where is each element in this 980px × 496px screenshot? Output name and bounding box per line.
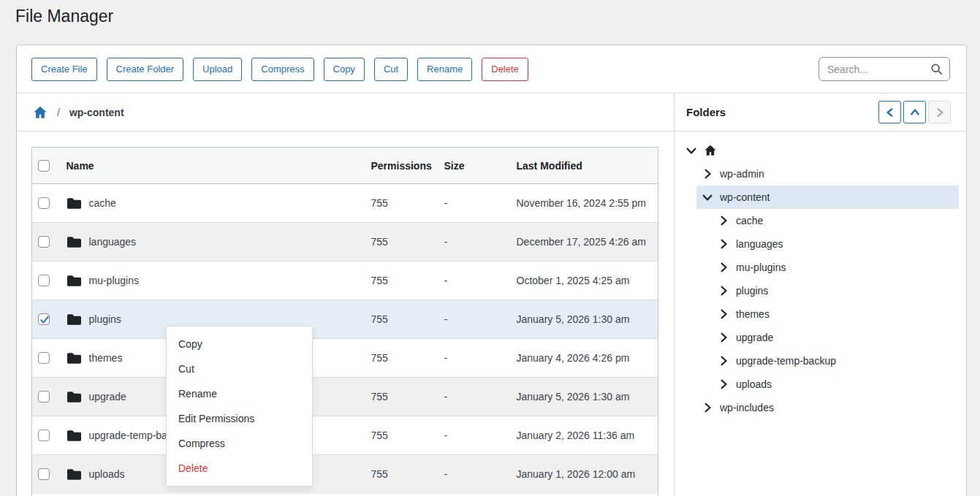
tree-item-uploads[interactable]: uploads — [675, 373, 966, 396]
file-name: mu-plugins — [89, 275, 139, 286]
file-size: - — [444, 468, 448, 480]
table-row-cache[interactable]: cache 755 - November 16, 2024 2:55 pm — [32, 184, 658, 223]
row-checkbox[interactable] — [38, 352, 50, 364]
toolbar-button-delete[interactable]: Delete — [482, 58, 528, 81]
breadcrumb-separator: / — [57, 107, 60, 118]
row-checkbox[interactable] — [38, 236, 50, 248]
context-menu-item-copy[interactable]: Copy — [167, 332, 312, 356]
file-name: languages — [89, 236, 137, 248]
folder-icon — [67, 430, 82, 442]
tree-item-mu-plugins[interactable]: mu-plugins — [675, 256, 966, 279]
table-row-themes[interactable]: themes 755 - January 4, 2026 4:26 pm — [32, 339, 658, 378]
search-icon[interactable] — [930, 63, 943, 75]
row-checkbox[interactable] — [38, 313, 50, 325]
table-row-languages[interactable]: languages 755 - December 17, 2025 4:26 a… — [32, 223, 658, 262]
context-menu: Copy Cut Rename Edit Permissions Compres… — [166, 326, 313, 487]
toolbar-button-create-file[interactable]: Create File — [31, 58, 97, 81]
file-size: - — [444, 236, 448, 248]
tree-item-wp-includes[interactable]: wp-includes — [675, 396, 966, 419]
toolbar: Create File Create Folder Upload Compres… — [17, 45, 966, 93]
context-menu-item-compress[interactable]: Compress — [167, 431, 312, 456]
file-modified: January 4, 2026 4:26 pm — [517, 352, 630, 364]
chevron-right-icon[interactable] — [718, 309, 729, 319]
file-size: - — [444, 197, 448, 209]
folder-icon — [67, 236, 82, 248]
file-modified: October 1, 2025 4:25 am — [517, 275, 630, 286]
table-row-upgrade[interactable]: upgrade 755 - January 5, 2026 1:30 am — [32, 378, 658, 416]
tree-item-cache[interactable]: cache — [675, 209, 966, 232]
tree-item-label: languages — [736, 238, 783, 250]
tree-item-wp-admin[interactable]: wp-admin — [675, 162, 966, 186]
table-row-uploads[interactable]: uploads 755 - January 1, 2026 12:00 am — [32, 455, 658, 494]
column-header-permissions[interactable]: Permissions — [371, 148, 444, 184]
table-row-upgrade-temp-backup[interactable]: upgrade-temp-backup 755 - January 2, 202… — [32, 416, 658, 455]
chevron-left-button[interactable] — [878, 101, 901, 123]
row-checkbox[interactable] — [38, 391, 50, 402]
tree-item-upgrade-temp-backup[interactable]: upgrade-temp-backup — [675, 349, 966, 373]
folder-icon — [67, 468, 82, 481]
tree-item-label: plugins — [736, 285, 768, 297]
tree-item-label: wp-content — [720, 191, 770, 203]
row-checkbox[interactable] — [38, 430, 50, 441]
chevron-right-icon[interactable] — [702, 402, 713, 413]
file-permissions: 755 — [371, 236, 388, 248]
context-menu-item-delete[interactable]: Delete — [167, 456, 312, 481]
file-name: cache — [89, 197, 116, 209]
toolbar-button-upload[interactable]: Upload — [193, 58, 242, 81]
chevron-right-icon[interactable] — [702, 169, 713, 179]
tree-item-label: wp-admin — [720, 168, 764, 180]
file-modified: January 5, 2026 1:30 am — [517, 391, 630, 402]
chevron-right-icon[interactable] — [718, 239, 729, 249]
toolbar-button-cut[interactable]: Cut — [374, 58, 408, 81]
context-menu-item-rename[interactable]: Rename — [167, 381, 312, 406]
chevron-down-icon[interactable] — [686, 145, 696, 156]
row-checkbox[interactable] — [38, 197, 50, 209]
tree-item-plugins[interactable]: plugins — [675, 279, 966, 302]
table-row-mu-plugins[interactable]: mu-plugins 755 - October 1, 2025 4:25 am — [32, 262, 658, 300]
tree-item-home[interactable] — [675, 139, 966, 162]
folders-panel-header: Folders — [675, 94, 966, 131]
toolbar-button-copy[interactable]: Copy — [324, 58, 365, 81]
chevron-down-icon[interactable] — [702, 192, 713, 202]
context-menu-item-edit-permissions[interactable]: Edit Permissions — [167, 406, 312, 431]
file-name: plugins — [89, 313, 121, 325]
tree-item-themes[interactable]: themes — [675, 302, 966, 326]
row-checkbox[interactable] — [38, 468, 50, 480]
breadcrumb: / wp-content — [17, 94, 674, 131]
chevron-up-button[interactable] — [903, 101, 926, 123]
table-header-row: Name Permissions Size Last Modified — [32, 148, 658, 184]
file-size: - — [444, 391, 448, 402]
tree-item-languages[interactable]: languages — [675, 232, 966, 256]
column-header-size[interactable]: Size — [444, 148, 517, 184]
search-box — [818, 57, 950, 81]
file-size: - — [444, 313, 448, 325]
row-checkbox[interactable] — [38, 275, 50, 286]
tree-item-label: cache — [736, 215, 763, 226]
tree-item-wp-content[interactable]: wp-content — [696, 186, 959, 209]
file-manager-card: Create File Create Folder Upload Compres… — [16, 45, 967, 496]
context-menu-item-cut[interactable]: Cut — [167, 356, 312, 381]
folder-icon — [67, 352, 82, 365]
table-row-partial — [32, 494, 658, 496]
chevron-right-icon[interactable] — [718, 332, 729, 343]
select-all-checkbox[interactable] — [38, 160, 50, 172]
toolbar-buttons: Create File Create Folder Upload Compres… — [31, 58, 528, 81]
tree-item-upgrade[interactable]: upgrade — [675, 326, 966, 349]
chevron-right-button — [928, 101, 951, 123]
file-browser-section: / wp-content Name Permissions Size — [17, 94, 674, 496]
breadcrumb-current-folder[interactable]: wp-content — [69, 107, 124, 118]
toolbar-button-compress[interactable]: Compress — [251, 58, 314, 81]
toolbar-button-create-folder[interactable]: Create Folder — [107, 58, 183, 81]
chevron-right-icon[interactable] — [718, 262, 729, 272]
chevron-right-icon[interactable] — [718, 356, 729, 366]
table-row-plugins[interactable]: plugins 755 - January 5, 2026 1:30 am — [32, 300, 658, 339]
column-header-modified[interactable]: Last Modified — [517, 148, 658, 184]
toolbar-button-rename[interactable]: Rename — [417, 58, 472, 81]
chevron-right-icon[interactable] — [718, 215, 729, 226]
folder-icon — [67, 275, 82, 287]
tree-item-label: upgrade — [736, 332, 773, 343]
chevron-right-icon[interactable] — [718, 379, 729, 389]
breadcrumb-home-icon[interactable] — [33, 105, 48, 120]
column-header-name[interactable]: Name — [67, 148, 371, 184]
chevron-right-icon[interactable] — [718, 286, 729, 296]
